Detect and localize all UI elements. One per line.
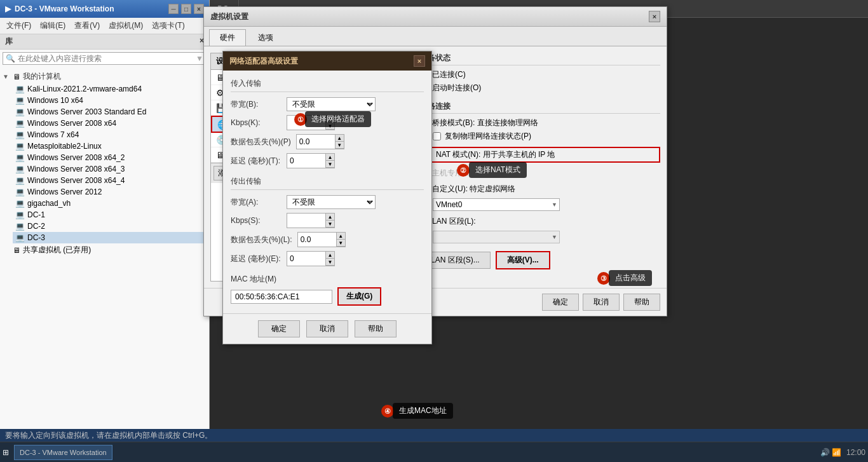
delay-in-up[interactable]: ▲ — [325, 154, 334, 161]
loss-in-label: 数据包丢失(%)(P) — [231, 137, 291, 147]
kbps-out-row: Kbps(S): ▲ ▼ — [231, 213, 424, 228]
delay-in-input[interactable] — [287, 154, 325, 168]
vm-item-12[interactable]: 💻 DC-2 — [13, 221, 209, 232]
network-radio-group: 桥接模式(B): 直接连接物理网络 复制物理网络连接状态(P) NAT 模式(N… — [420, 118, 660, 243]
mac-input[interactable] — [231, 290, 332, 304]
bw-out-label: 带宽(A): — [231, 197, 281, 208]
vm-item-7[interactable]: 💻 Windows Server 2008 x64_3 — [13, 163, 209, 175]
advanced-btn[interactable]: 高级(V)... — [496, 251, 550, 269]
device-settings-panel: 设备状态 已连接(C) 启动时连接(O) 网络连接 桥接模式(B): 直接连接物… — [420, 53, 660, 282]
search-input[interactable] — [18, 54, 196, 63]
search-bar: 🔍 ▼ — [3, 52, 207, 65]
vm-item-8[interactable]: 💻 Windows Server 2008 x64_4 — [13, 175, 209, 186]
status-text: 要将输入定向到该虚拟机，请在虚拟机内部单击或按 Ctrl+G。 — [5, 430, 212, 441]
vm-item-10[interactable]: 💻 gigachad_vh — [13, 198, 209, 209]
vm-item-1[interactable]: 💻 Windows 10 x64 — [13, 95, 209, 106]
loss-out-input[interactable] — [298, 233, 336, 247]
vm-settings-help-btn[interactable]: 帮助 — [623, 294, 660, 311]
lan-select[interactable] — [433, 231, 560, 243]
start-icon[interactable]: ⊞ — [3, 448, 9, 457]
connect-on-start-label: 启动时连接(O) — [432, 83, 481, 93]
nat-label: NAT 模式(N): 用于共享主机的 IP 地 — [436, 149, 555, 160]
vm-item-5[interactable]: 💻 Metasploitable2-Linux — [13, 140, 209, 152]
computer-icon: 🖥 — [13, 72, 20, 81]
tree-expand-icon: ▼ — [3, 73, 9, 80]
close-btn[interactable]: × — [194, 4, 204, 14]
menu-edit[interactable]: 编辑(E) — [36, 19, 69, 32]
advanced-dialog-titlebar: 网络适配器高级设置 × — [223, 51, 431, 71]
kbps-out-up[interactable]: ▲ — [325, 214, 334, 221]
title-bar: ▶ DC-3 - VMware Workstation ─ □ × — [0, 0, 209, 18]
bw-in-select[interactable]: 不受限 — [287, 97, 376, 111]
delay-out-down[interactable]: ▼ — [325, 259, 334, 266]
vm-item-13[interactable]: 💻 DC-3 — [13, 232, 209, 243]
kbps-out-down[interactable]: ▼ — [325, 221, 334, 228]
maximize-btn[interactable]: □ — [181, 4, 191, 14]
library-panel: 库 × 🔍 ▼ ▼ 🖥 我的计算机 💻 Kali-Linux-2021.2-vm… — [0, 34, 209, 429]
advanced-dialog-buttons: 确定 取消 帮助 — [223, 313, 431, 344]
advanced-dialog-close-btn[interactable]: × — [414, 55, 425, 67]
advanced-help-btn[interactable]: 帮助 — [355, 320, 397, 337]
lan-segment-select-wrapper — [433, 231, 660, 243]
advanced-ok-btn[interactable]: 确定 — [258, 320, 300, 337]
menu-tabs[interactable]: 选项卡(T) — [148, 19, 188, 32]
lan-dropdown — [433, 231, 560, 243]
vm-item-0[interactable]: 💻 Kali-Linux-2021.2-vmware-amd64 — [13, 83, 209, 95]
shared-vms[interactable]: 🖥 共享虚拟机 (已弃用) — [0, 243, 209, 257]
vm-settings-close-btn[interactable]: × — [649, 11, 660, 22]
vm-settings-ok-btn[interactable]: 确定 — [542, 294, 579, 311]
vm-label-4: Windows 7 x64 — [27, 130, 79, 139]
loss-in-up[interactable]: ▲ — [335, 135, 344, 142]
status-bar: 要将输入定向到该虚拟机，请在虚拟机内部单击或按 Ctrl+G。 — [0, 429, 868, 442]
kbps-out-input[interactable] — [287, 214, 325, 228]
callout-label-4: 生成MAC地址 — [393, 403, 453, 419]
vm-label-11: DC-1 — [27, 210, 45, 219]
vm-settings-cancel-btn[interactable]: 取消 — [583, 294, 620, 311]
device-status-title: 设备状态 — [420, 53, 660, 65]
vm-settings-title: 虚拟机设置 — [210, 11, 248, 22]
search-dropdown-icon[interactable]: ▼ — [196, 54, 203, 63]
generate-mac-btn[interactable]: 生成(G) — [337, 287, 381, 306]
advanced-dialog-title: 网络适配器高级设置 — [229, 56, 298, 67]
vm-item-2[interactable]: 💻 Windows Server 2003 Standard Ed — [13, 106, 209, 118]
delay-out-input[interactable] — [287, 252, 325, 266]
loss-out-down[interactable]: ▼ — [336, 240, 345, 247]
app-title: DC-3 - VMware Workstation — [15, 4, 114, 13]
loss-out-up[interactable]: ▲ — [336, 233, 345, 240]
vm-icon-8: 💻 — [15, 176, 25, 185]
vm-icon-4: 💻 — [15, 130, 25, 139]
loss-in-input[interactable] — [297, 135, 335, 149]
bw-out-select[interactable]: 不受限 — [287, 195, 376, 209]
tab-hardware[interactable]: 硬件 — [209, 29, 246, 46]
delay-in-down[interactable]: ▼ — [325, 161, 334, 168]
delay-out-row: 延迟 (毫秒)(E): ▲ ▼ — [231, 251, 424, 266]
vm-item-4[interactable]: 💻 Windows 7 x64 — [13, 129, 209, 140]
custom-label: 自定义(U): 特定虚拟网络 — [432, 184, 515, 194]
taskbar-vm-btn[interactable]: DC-3 - VMware Workstation — [14, 445, 112, 460]
advanced-cancel-btn[interactable]: 取消 — [306, 320, 348, 337]
loss-in-spinbox: ▲ ▼ — [296, 134, 344, 149]
vm-tree: ▼ 🖥 我的计算机 💻 Kali-Linux-2021.2-vmware-amd… — [0, 67, 209, 259]
menu-vm[interactable]: 虚拟机(M) — [105, 19, 147, 32]
vmware-main-window: ▶ DC-3 - VMware Workstation ─ □ × 文件(F) … — [0, 0, 210, 429]
bridge-copy-label: 复制物理网络连接状态(P) — [445, 131, 531, 142]
vmnet-dropdown: VMnet0 — [433, 198, 560, 211]
bridge-copy-checkbox[interactable] — [433, 132, 441, 140]
vm-item-9[interactable]: 💻 Windows Server 2012 — [13, 186, 209, 198]
tree-root[interactable]: ▼ 🖥 我的计算机 — [0, 70, 209, 83]
vm-item-3[interactable]: 💻 Windows Server 2008 x64 — [13, 118, 209, 129]
search-icon: 🔍 — [6, 54, 15, 63]
menu-view[interactable]: 查看(V) — [71, 19, 104, 32]
minimize-btn[interactable]: ─ — [168, 4, 179, 14]
bridge-label: 桥接模式(B): 直接连接物理网络 — [432, 118, 538, 128]
loss-in-down[interactable]: ▼ — [335, 142, 344, 149]
delay-out-up[interactable]: ▲ — [325, 252, 334, 259]
tab-options[interactable]: 选项 — [247, 29, 284, 46]
vm-item-6[interactable]: 💻 Windows Server 2008 x64_2 — [13, 152, 209, 163]
connected-label: 已连接(C) — [432, 69, 466, 80]
vm-icon-2: 💻 — [15, 107, 25, 116]
vm-item-11[interactable]: 💻 DC-1 — [13, 209, 209, 221]
menu-file[interactable]: 文件(F) — [3, 19, 35, 32]
vm-label-8: Windows Server 2008 x64_4 — [27, 176, 125, 185]
vmnet-select[interactable]: VMnet0 — [433, 198, 560, 211]
